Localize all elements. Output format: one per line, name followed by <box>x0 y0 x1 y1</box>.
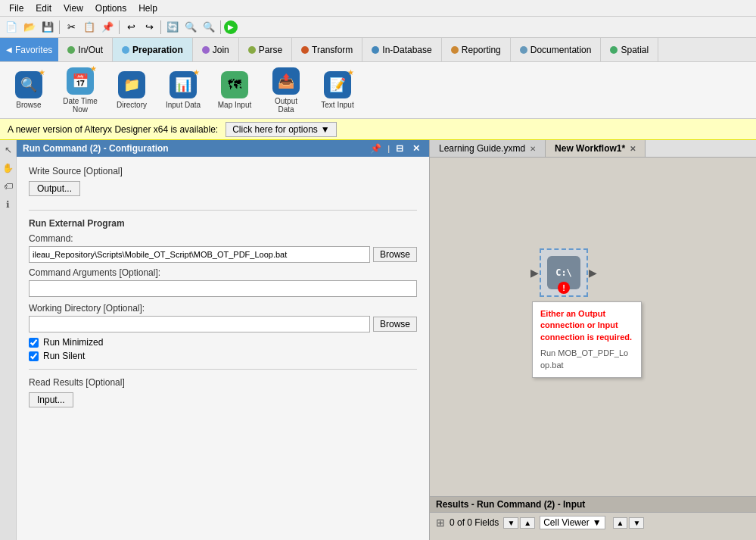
config-controls: 📌 | ⊟ ✕ <box>367 143 423 154</box>
browse-star: ★ <box>39 68 45 76</box>
tab-dot-reporting <box>451 46 459 54</box>
tool-mapinput[interactable]: 🗺 Map Input <box>212 67 257 113</box>
right-arrow-icon: ▶ <box>589 267 597 279</box>
tab-inout[interactable]: In/Out <box>58 38 113 61</box>
sidebar-pointer-icon[interactable]: ↖ <box>2 143 15 157</box>
browse-button-1[interactable]: Browse <box>373 247 417 262</box>
favorites-tab[interactable]: ◀ Favorites <box>0 38 58 61</box>
tools-row: 🔍★ Browse 📅★ Date Time Now 📁 Directory 📊… <box>0 62 756 119</box>
divider2 <box>29 369 417 370</box>
working-dir-input[interactable] <box>29 316 370 332</box>
tool-browse[interactable]: 🔍★ Browse <box>6 67 51 113</box>
canvas-area[interactable]: ▶ C:\ ! ▶ Either an Output con <box>430 158 756 496</box>
grid-view-icon[interactable]: ⊞ <box>436 517 445 529</box>
copy-btn[interactable]: 📋 <box>81 19 98 36</box>
notification-bar: A newer version of Alteryx Designer x64 … <box>0 119 756 140</box>
cut-btn[interactable]: ✂ <box>63 19 79 36</box>
cell-viewer-select[interactable]: Cell Viewer ▼ <box>540 516 605 529</box>
run-minimized-checkbox[interactable] <box>29 338 39 348</box>
tab-dot-indatabase <box>372 46 379 54</box>
redo-btn[interactable]: ↪ <box>141 19 157 36</box>
textinput-label: Text Input <box>321 101 353 109</box>
tab-new-workflow-label: New Workflow1* <box>555 143 625 154</box>
datetime-label: Date Time Now <box>61 97 99 114</box>
tab-spatial[interactable]: Spatial <box>601 38 658 61</box>
tab-label-preparation: Preparation <box>132 45 183 55</box>
left-sidebar: ↖ ✋ 🏷 ℹ <box>0 140 17 540</box>
command-label: Command: <box>29 233 417 244</box>
row-nav-up[interactable]: ▲ <box>613 517 628 529</box>
config-pin-icon[interactable]: 📌 <box>367 143 384 154</box>
datetime-star: ★ <box>90 64 97 73</box>
node-error-badge: ! <box>558 282 570 294</box>
run-silent-checkbox[interactable] <box>29 351 39 361</box>
input-button[interactable]: Input... <box>29 392 73 407</box>
tab-reporting[interactable]: Reporting <box>442 38 511 61</box>
fields-nav-up[interactable]: ▲ <box>520 517 535 529</box>
tab-new-workflow-close[interactable]: ✕ <box>630 145 636 153</box>
args-label: Command Arguments [Optional]: <box>29 267 417 278</box>
zoom-in-btn[interactable]: 🔍 <box>201 19 217 36</box>
tool-directory[interactable]: 📁 Directory <box>109 67 154 113</box>
tab-label-transform: Transform <box>312 45 353 55</box>
results-header: Results - Run Command (2) - Input <box>430 497 756 513</box>
tab-learning-guide-close[interactable]: ✕ <box>530 145 536 153</box>
sep1 <box>59 20 60 34</box>
tool-outputdata[interactable]: 📤 Output Data <box>263 64 309 117</box>
config-undock-icon[interactable]: ⊟ <box>393 143 406 154</box>
tool-textinput[interactable]: 📝★ Text Input <box>315 67 360 113</box>
undo-btn[interactable]: ↩ <box>123 19 139 36</box>
workflow-tabs: Learning Guide.yxmd ✕ New Workflow1* ✕ <box>430 140 756 158</box>
run-button[interactable]: ▶ <box>224 20 238 34</box>
node-drive-label: C:\ <box>555 267 572 278</box>
tab-new-workflow[interactable]: New Workflow1* ✕ <box>546 140 646 157</box>
zoom-out-btn[interactable]: 🔍 <box>182 19 199 36</box>
new-btn[interactable]: 📄 <box>3 19 20 36</box>
divider1 <box>29 210 417 211</box>
sidebar-info-icon[interactable]: ℹ <box>2 198 15 211</box>
config-close-icon[interactable]: ✕ <box>409 143 423 154</box>
menu-file[interactable]: File <box>3 2 30 15</box>
open-btn[interactable]: 📂 <box>21 19 38 36</box>
tab-preparation[interactable]: Preparation <box>113 38 193 61</box>
tab-learning-guide[interactable]: Learning Guide.yxmd ✕ <box>430 140 546 157</box>
args-input[interactable] <box>29 280 417 297</box>
tool-inputdata[interactable]: 📊★ Input Data <box>160 67 206 113</box>
read-results-label: Read Results [Optional] <box>29 377 417 388</box>
config-title: Run Command (2) - Configuration <box>23 143 169 154</box>
inputdata-icon: 📊★ <box>170 71 197 98</box>
main-area: ↖ ✋ 🏷 ℹ Run Command (2) - Configuration … <box>0 140 756 540</box>
command-input[interactable] <box>29 246 370 263</box>
row-nav-down[interactable]: ▼ <box>629 517 644 529</box>
tab-parse[interactable]: Parse <box>239 38 292 61</box>
sidebar-hand-icon[interactable]: ✋ <box>2 161 15 175</box>
tab-indatabase[interactable]: In-Database <box>362 38 441 61</box>
error-title-text: Either an Output connection or Input con… <box>540 308 633 343</box>
tab-label-reporting: Reporting <box>462 45 501 55</box>
click-options-button[interactable]: Click here for options ▼ <box>226 122 337 137</box>
working-dir-label: Working Directory [Optional]: <box>29 303 417 314</box>
fields-nav-down[interactable]: ▼ <box>503 517 518 529</box>
textinput-icon: 📝★ <box>324 71 351 98</box>
favorites-label: Favorites <box>15 45 52 55</box>
tool-datetime[interactable]: 📅★ Date Time Now <box>58 64 103 117</box>
output-button[interactable]: Output... <box>29 181 80 196</box>
outputdata-label: Output Data <box>267 97 305 114</box>
command-row: Browse <box>29 246 417 263</box>
sidebar-tag-icon[interactable]: 🏷 <box>2 179 15 193</box>
run-command-node[interactable]: ▶ C:\ ! ▶ <box>540 248 588 297</box>
tab-dot-preparation <box>122 46 129 54</box>
browse-button-2[interactable]: Browse <box>373 317 417 332</box>
browse-label: Browse <box>16 101 41 109</box>
write-source-label: Write Source [Optional] <box>29 166 417 176</box>
tab-join[interactable]: Join <box>193 38 239 61</box>
menu-help[interactable]: Help <box>132 2 163 15</box>
save-btn[interactable]: 💾 <box>39 19 56 36</box>
menu-options[interactable]: Options <box>89 2 132 15</box>
menu-edit[interactable]: Edit <box>30 2 58 15</box>
menu-view[interactable]: View <box>58 2 89 15</box>
tab-documentation[interactable]: Documentation <box>511 38 602 61</box>
refresh-btn[interactable]: 🔄 <box>164 19 181 36</box>
tab-transform[interactable]: Transform <box>292 38 362 61</box>
paste-btn[interactable]: 📌 <box>99 19 116 36</box>
